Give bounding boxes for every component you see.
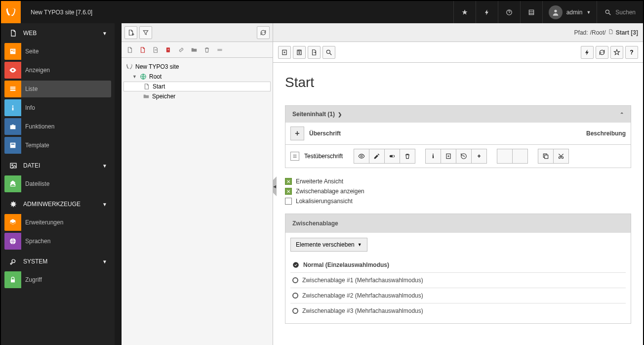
svg-rect-43 [545, 155, 548, 159]
chevron-down-icon: ▼ [102, 202, 107, 207]
doc-arrow-icon[interactable] [150, 43, 161, 56]
export-button[interactable] [308, 46, 321, 59]
edit-button[interactable] [369, 149, 385, 164]
move-down-button[interactable] [512, 149, 528, 164]
bookmark-page-button[interactable] [610, 46, 623, 59]
sidebar-item-seite[interactable]: Seite [4, 43, 111, 60]
filter-button[interactable] [139, 26, 152, 39]
link-icon[interactable] [176, 43, 187, 56]
info-button[interactable]: i [425, 149, 441, 164]
clipboard-panel: Zwischenablage Elemente verschieben ▼ No… [285, 214, 631, 324]
site-title: New TYPO3 site [7.6.0] [21, 9, 102, 16]
sidebar-item-template[interactable]: Template [4, 137, 111, 154]
check-localization[interactable]: Lokalisierungsansicht [285, 198, 631, 205]
check-circle-icon [292, 261, 299, 268]
typo3-logo[interactable] [1, 1, 21, 23]
view-button[interactable] [354, 149, 369, 164]
doc-icon[interactable] [124, 43, 135, 56]
view-options: ✕ Erweiterte Ansicht ✕ Zwischenablage an… [285, 178, 631, 205]
cache-flash-button[interactable] [581, 46, 594, 59]
tree-root[interactable]: New TYPO3 site [123, 62, 271, 72]
svg-point-5 [606, 10, 609, 13]
new-after-button[interactable]: + [471, 149, 487, 164]
svg-rect-12 [10, 86, 16, 87]
save-view-button[interactable] [293, 46, 306, 59]
sidebar-scrollbar[interactable] [115, 23, 121, 345]
sidebar-item-sprachen[interactable]: Sprachen [4, 233, 111, 250]
sidebar-item-funktionen[interactable]: Funktionen [4, 118, 111, 135]
checkbox-on-icon: ✕ [285, 178, 292, 185]
svg-rect-17 [10, 125, 16, 129]
chevron-right-icon: ❯ [338, 112, 342, 117]
svg-point-15 [12, 105, 14, 107]
user-menu[interactable]: admin ▼ [542, 1, 597, 23]
sidebar-item-zugriff[interactable]: Zugriff [4, 271, 111, 288]
content-area: Pfad: /Root/ Start [3] ? Start [273, 23, 643, 345]
chevron-down-icon: ▼ [102, 31, 107, 36]
panel-header[interactable]: Seiteninhalt (1) ❯ ⌃ [285, 106, 631, 123]
history-button[interactable] [456, 149, 472, 164]
cut-button[interactable] [553, 149, 569, 164]
breadcrumb: Pfad: /Root/ Start [3] [273, 23, 643, 42]
module-icon [4, 99, 21, 116]
new-page-button[interactable]: + [124, 26, 137, 39]
doc-plus-icon[interactable]: + [163, 43, 174, 56]
row-title[interactable]: Testüberschrift [304, 153, 349, 160]
move-up-button[interactable] [497, 149, 513, 164]
sidebar-item-erweiterungen[interactable]: Erweiterungen [4, 214, 111, 231]
context-help-button[interactable]: ? [625, 46, 638, 59]
sidebar-item-dateiliste[interactable]: Dateiliste [4, 175, 111, 192]
clipboard-item-1[interactable]: Zwischenablage #1 (Mehrfachauswahlmodus) [290, 272, 626, 288]
refresh-tree-button[interactable] [257, 26, 270, 39]
sidebar-group-datei[interactable]: DATEI▼ [1, 156, 115, 175]
reload-button[interactable] [596, 46, 608, 59]
cache-button[interactable] [476, 1, 498, 23]
check-clipboard[interactable]: ✕ Zwischenablage anzeigen [285, 188, 631, 195]
new-record-button[interactable] [278, 46, 291, 59]
move-button[interactable] [441, 149, 456, 164]
clipboard-item-3[interactable]: Zwischenablage #3 (Mehrfachauswahlmodus) [290, 303, 626, 318]
sidebar-group-system[interactable]: SYSTEM▼ [1, 252, 115, 271]
search-records-button[interactable] [322, 46, 335, 59]
sidebar-item-info[interactable]: Info [4, 99, 111, 116]
svg-point-11 [12, 69, 14, 71]
doc-red-icon[interactable] [137, 43, 148, 56]
folder-icon[interactable] [189, 43, 200, 56]
module-icon [4, 271, 21, 288]
chevron-down-icon: ▼ [102, 163, 107, 169]
delete-button[interactable] [400, 149, 415, 164]
sidebar-item-liste[interactable]: Liste [4, 81, 111, 97]
help-button[interactable] [498, 1, 520, 23]
group-icon [8, 162, 18, 170]
bookmark-button[interactable] [453, 1, 476, 23]
trash-icon[interactable] [201, 43, 212, 56]
content-toolbar: ? [273, 42, 643, 63]
clipboard-mode-dropdown[interactable]: Elemente verschieben ▼ [290, 238, 367, 252]
hide-button[interactable] [384, 149, 400, 164]
add-record-button[interactable]: + [290, 127, 304, 140]
chevron-down-icon: ▼ [586, 10, 591, 15]
row-actions-clip [538, 149, 569, 164]
sidebar-group-web[interactable]: WEB▼ [1, 23, 115, 43]
topbar: New TYPO3 site [7.6.0] admin ▼ Suchen [1, 1, 643, 23]
module-icon [4, 81, 21, 97]
tree-node-root[interactable]: ▼ Root [123, 72, 271, 82]
divider-icon[interactable] [214, 43, 225, 56]
copy-button[interactable] [538, 149, 554, 164]
sidebar-item-anzeigen[interactable]: Anzeigen [4, 62, 111, 79]
check-extended[interactable]: ✕ Erweiterte Ansicht [285, 178, 631, 185]
clipboard-item-normal[interactable]: Normal (Einzelauswahlmodus) [290, 258, 626, 272]
col-desc: Beschreibung [586, 130, 626, 137]
svg-rect-10 [13, 51, 15, 51]
clipboard-item-2[interactable]: Zwischenablage #2 (Mehrfachauswahlmodus) [290, 288, 626, 303]
tree-node-label: Start [153, 83, 165, 90]
sidebar-group-adminwerkzeuge[interactable]: ADMINWERKZEUGE▼ [1, 194, 115, 214]
path-root: /Root/ [590, 29, 606, 36]
tree-node-speicher[interactable]: Speicher [123, 91, 271, 101]
tree-toolbar-primary: + [121, 23, 273, 42]
search-box[interactable]: Suchen [597, 1, 643, 23]
application-button[interactable] [520, 1, 542, 23]
tree-node-start[interactable]: Start [123, 82, 271, 91]
tree-toggle-icon[interactable]: ▼ [132, 74, 137, 79]
search-icon [604, 9, 611, 16]
